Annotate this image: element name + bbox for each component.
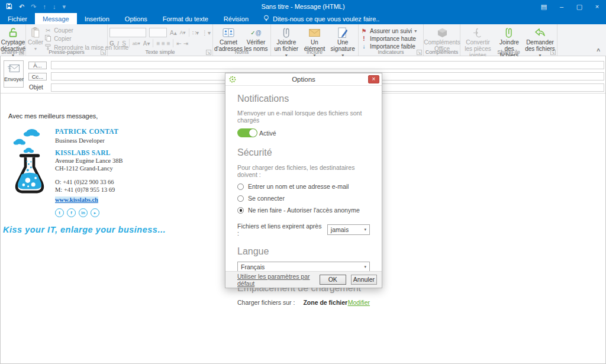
dialog-launcher-icon[interactable]: ↘ <box>550 50 556 55</box>
follow-up-button[interactable]: ⚑ Assurer un suivi ▾ <box>360 28 417 35</box>
grow-font-icon[interactable]: A▴ <box>170 29 177 37</box>
dialog-launcher-icon[interactable]: ↘ <box>206 50 211 55</box>
underline-button[interactable]: S <box>122 40 126 47</box>
group-sharefile-right: Convertir les pièces jointes Joindre des… <box>460 24 557 56</box>
tab-fichier[interactable]: Fichier <box>0 13 35 24</box>
tell-me-box[interactable]: Dites-nous ce que vous voulez faire.. <box>256 13 386 24</box>
tab-message[interactable]: Message <box>35 13 77 24</box>
address-book-button[interactable]: Carnet d'adresses <box>215 25 242 52</box>
high-importance-button[interactable]: ! Importance haute <box>360 36 417 43</box>
dialog-close-button[interactable]: × <box>368 75 379 83</box>
indent-icons[interactable]: ⇤ ⇥ <box>176 40 188 47</box>
paste-button[interactable]: Coller ▾ <box>28 25 43 52</box>
dialog-titlebar[interactable]: Options × <box>225 73 382 86</box>
tab-revision[interactable]: Révision <box>216 13 256 24</box>
bullets-icon[interactable]: ∷▾ <box>192 29 199 37</box>
tell-me-label: Dites-nous ce que vous voulez faire.. <box>273 15 379 22</box>
highlight-icon[interactable]: ab▾ <box>133 40 140 47</box>
font-color-icon[interactable]: A▾ <box>143 40 150 47</box>
addin-box-icon <box>437 26 448 39</box>
radio-option-name-email[interactable]: Entrer un nom et une adresse e-mail <box>237 183 370 190</box>
office-addins-button[interactable]: Compléments Office <box>426 25 459 52</box>
group-label-clipboard: Presse-papiers <box>26 49 107 55</box>
envelope-icon <box>309 26 320 39</box>
shrink-font-icon[interactable]: A▾ <box>180 29 186 37</box>
radio-icon[interactable] <box>237 183 244 190</box>
use-defaults-link[interactable]: Utiliser les paramètres par défaut <box>237 273 320 287</box>
radio-option-anonymous[interactable]: Ne rien faire - Autoriser l'accès anonym… <box>237 207 370 214</box>
dialog-launcher-icon[interactable]: ↘ <box>417 50 422 55</box>
paperclip-icon <box>283 26 290 39</box>
group-include: Joindre un fichier ▾ Un élément ▾ Une si… <box>271 24 359 56</box>
signature-phone-mobile: M: +41 (0)78 955 13 69 <box>55 186 123 194</box>
green-return-arrow-icon <box>535 26 546 39</box>
redo-icon[interactable]: ↷ <box>31 3 36 11</box>
check-names-button[interactable]: ✓@ Vérifier les noms <box>243 25 269 52</box>
cancel-button[interactable]: Annuler <box>351 275 377 285</box>
high-importance-label: Importance haute <box>370 36 416 43</box>
signature-text: PATRICK CONTAT Business Developer KISSLA… <box>55 128 123 217</box>
collapse-ribbon-icon[interactable]: ^ <box>597 48 600 54</box>
convert-paperclip-icon <box>473 26 482 39</box>
expiry-select[interactable]: jamais ▾ <box>327 224 370 235</box>
scissors-icon: ✂ <box>44 27 51 34</box>
save-icon[interactable] <box>6 3 12 11</box>
move-down-icon[interactable]: ↓ <box>53 3 56 10</box>
tab-insertion[interactable]: Insertion <box>77 13 117 24</box>
radio-label: Ne rien faire - Autoriser l'accès anonym… <box>248 207 360 214</box>
maximize-icon[interactable]: ▢ <box>570 3 588 11</box>
font-family-select[interactable] <box>109 28 146 37</box>
close-icon[interactable]: × <box>588 3 606 11</box>
italic-button[interactable]: I <box>117 40 119 47</box>
dialog-launcher-icon[interactable]: ↘ <box>19 50 24 55</box>
signature-phone-office: O: +41 (0)22 900 33 66 <box>55 178 123 186</box>
paste-label: Coller <box>28 39 43 46</box>
font-size-select[interactable] <box>149 28 167 37</box>
to-button[interactable]: À... <box>28 62 47 69</box>
signature-website-link[interactable]: www.kisslabs.ch <box>55 197 98 203</box>
alignment-icons[interactable]: ≡ ≡ ≡ <box>156 40 170 47</box>
customize-qat-icon[interactable]: ▾ <box>62 3 66 11</box>
security-heading: Sécurité <box>237 147 370 158</box>
security-description: Pour charger des fichiers, les destinata… <box>237 164 370 178</box>
facebook-icon[interactable]: f <box>67 208 76 217</box>
youtube-icon[interactable]: ► <box>91 208 99 217</box>
radio-label: Se connecter <box>248 195 285 202</box>
signature-company: KISSLABS SARL <box>55 149 123 156</box>
copy-label: Copier <box>54 36 71 43</box>
tab-format-du-texte[interactable]: Format du texte <box>155 13 216 24</box>
upload-location-label: Charger fichiers sur : <box>237 299 295 306</box>
group-clipboard: Coller ▾ ✂ Couper Copier Reproduire la m… <box>26 24 108 56</box>
modify-link[interactable]: Modifier <box>348 299 370 306</box>
exclamation-icon: ! <box>360 36 368 43</box>
radio-option-sign-in[interactable]: Se connecter <box>237 195 370 202</box>
move-up-icon[interactable]: ↑ <box>43 3 46 10</box>
ribbon-display-options-icon[interactable]: ▤ <box>535 3 553 11</box>
group-names: Carnet d'adresses ✓@ Vérifier les noms N… <box>213 24 271 56</box>
window-title: Sans titre - Message (HTML) <box>0 3 606 10</box>
ok-button[interactable]: OK <box>320 275 346 285</box>
radio-icon-selected[interactable] <box>237 207 244 214</box>
twitter-icon[interactable]: t <box>55 208 64 217</box>
signature-address1: Avenue Eugène Lance 38B <box>55 157 123 164</box>
bold-button[interactable]: G <box>109 40 114 47</box>
group-addins: Compléments Office Compléments <box>424 24 460 56</box>
dialog-launcher-icon[interactable]: ↘ <box>101 50 106 55</box>
unlock-icon <box>8 26 18 39</box>
minimize-icon[interactable]: – <box>553 3 570 11</box>
numbering-icon[interactable]: ⋮▾ <box>202 29 211 37</box>
toggle-label: Activé <box>259 130 276 137</box>
greeting-text: Avec mes meilleurs messages, <box>8 112 98 120</box>
kisslabs-flask-logo <box>7 124 53 204</box>
radio-icon[interactable] <box>237 195 244 202</box>
to-input[interactable] <box>51 61 604 69</box>
linkedin-icon[interactable]: in <box>79 208 88 217</box>
notifications-toggle[interactable] <box>237 128 257 137</box>
tab-options[interactable]: Options <box>117 13 155 24</box>
ribbon-tab-row: Fichier Message Insertion Options Format… <box>0 13 606 24</box>
signature-address2: CH-1212 Grand-Lancy <box>55 165 123 172</box>
send-button[interactable]: Envoyer <box>4 60 24 88</box>
ribbon: Cryptage désactivé ▾ ShareFile ↘ Coller … <box>0 24 606 56</box>
undo-icon[interactable]: ↶ <box>19 3 24 11</box>
cc-button[interactable]: Cc... <box>28 73 47 80</box>
